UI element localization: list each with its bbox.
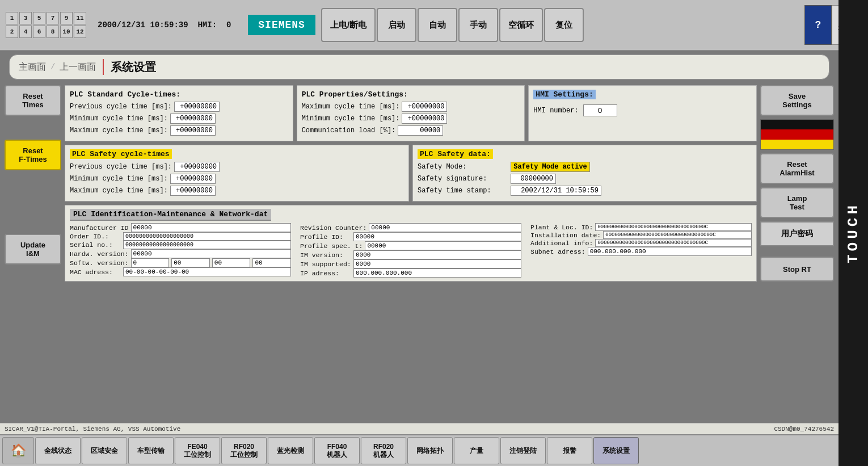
flag-red bbox=[761, 129, 833, 139]
plc-prop-label-1: Maximum cycle time [ms]: bbox=[302, 103, 400, 111]
nav-quanxian-btn[interactable]: 全线状态 bbox=[35, 437, 81, 464]
im-profilespec-value: 00000 bbox=[365, 241, 521, 250]
number-grid: 1 3 5 7 9 11 2 4 6 8 10 12 bbox=[6, 12, 86, 38]
hmi-label: HMI: bbox=[197, 20, 217, 30]
nav-ff040-btn[interactable]: FF040机器人 bbox=[314, 437, 360, 464]
bottom-nav: 🏠 全线状态 区域安全 车型传输 FE040工位控制 RF020工位控制 蓝光检… bbox=[0, 434, 838, 466]
touch-side-label: TOUCH bbox=[838, 0, 868, 466]
plc-properties-section: PLC Properties/Settings: Maximum cycle t… bbox=[297, 85, 525, 141]
breadcrumb-home[interactable]: 主画面 bbox=[19, 61, 46, 73]
plc-prop-value-3: 00000 bbox=[398, 125, 443, 136]
lamp-test-btn[interactable]: LampTest bbox=[760, 187, 834, 218]
nav-power-btn[interactable]: 上电/断电 bbox=[321, 8, 376, 42]
im-order-label: Order ID.: bbox=[70, 233, 121, 240]
nav-lanjian-btn[interactable]: 蓝光检测 bbox=[268, 437, 313, 464]
reset-alarmhist-btn[interactable]: ResetAlarmHist bbox=[760, 153, 834, 184]
im-ip-value: 000.000.000.000 bbox=[353, 268, 521, 278]
nav-network-btn[interactable]: 网络拓扑 bbox=[407, 437, 453, 464]
save-settings-btn[interactable]: SaveSettings bbox=[760, 85, 834, 116]
nav-logout-btn[interactable]: 注销登陆 bbox=[500, 437, 546, 464]
nav-output-btn[interactable]: 产量 bbox=[454, 437, 499, 464]
im-hardw-value: 00000 bbox=[131, 249, 291, 258]
im-softw-value3: 00 bbox=[212, 258, 251, 267]
num-9: 9 bbox=[60, 12, 73, 24]
nav-reset-btn[interactable]: 复位 bbox=[544, 8, 584, 42]
middle-sections: PLC Safety cycle-times Previous cycle ti… bbox=[65, 145, 757, 201]
nav-system-btn[interactable]: 系统设置 bbox=[593, 437, 639, 464]
plc-prop-label-3: Communication load [%]: bbox=[302, 127, 396, 135]
im-plant-label: Plant & Loc. ID: bbox=[530, 224, 593, 231]
plc-std-value-2: +00000000 bbox=[170, 114, 216, 124]
center-panel: PLC Standard Cycle-times: Previous cycle… bbox=[65, 85, 757, 282]
plc-properties-title-text: PLC Properties/Settings: bbox=[302, 90, 408, 99]
im-hardw-row: Hardw. version: 00000 bbox=[70, 249, 291, 258]
plc-safety-data-title: PLC Safety data: bbox=[418, 149, 493, 159]
plc-std-label-2: Minimum cycle time [ms]: bbox=[70, 115, 168, 123]
nav-rf020r-btn[interactable]: RF020机器人 bbox=[361, 437, 406, 464]
help-button[interactable]: ? bbox=[804, 5, 832, 45]
num-8: 8 bbox=[47, 26, 59, 38]
im-imsup-label: IM supported: bbox=[300, 261, 351, 268]
im-section-title: PLC Identification-Maintenance & Network… bbox=[70, 209, 271, 221]
reset-ftimes-btn[interactable]: ResetF-Times bbox=[5, 140, 61, 170]
plc-std-label-3: Maximum cycle time [ms]: bbox=[70, 127, 168, 135]
num-1: 1 bbox=[6, 12, 18, 24]
nav-manual-btn[interactable]: 手动 bbox=[458, 8, 498, 42]
top-bar: 1 3 5 7 9 11 2 4 6 8 10 12 2000/12/31 10… bbox=[0, 0, 868, 51]
plc-prop-row-1: Maximum cycle time [ms]: +00000000 bbox=[302, 102, 520, 112]
nav-start-btn[interactable]: 启动 bbox=[377, 8, 416, 42]
hmi-number-row: HMI number: bbox=[533, 104, 752, 116]
num-4: 4 bbox=[19, 26, 32, 38]
datetime-display: 2000/12/31 10:59:39 HMI: 0 bbox=[98, 20, 231, 30]
plc-standard-title-text: PLC Standard Cycle-times: bbox=[70, 90, 180, 99]
user-pwd-btn[interactable]: 用户密码 bbox=[760, 221, 834, 246]
breadcrumb-current: 系统设置 bbox=[111, 60, 156, 75]
safety-cycle-row-1: Previous cycle time [ms]: +00000000 bbox=[70, 162, 404, 172]
im-imver-value: 0000 bbox=[353, 250, 521, 259]
breadcrumb-divider bbox=[103, 59, 104, 75]
plc-safety-data-section: PLC Safety data: Safety Mode: Safety Mod… bbox=[412, 145, 757, 201]
im-addinfo-row: Additional info: 00000000000000000000000… bbox=[530, 239, 752, 247]
num-7: 7 bbox=[47, 12, 59, 24]
im-hardw-label: Hardw. version: bbox=[70, 250, 129, 258]
nav-auto-btn[interactable]: 自动 bbox=[418, 8, 457, 42]
im-serial-row: Serial no.: 00000000000000000000 bbox=[70, 241, 291, 249]
plc-properties-title: PLC Properties/Settings: bbox=[302, 90, 408, 99]
nav-fe040-btn[interactable]: FE040工位控制 bbox=[175, 437, 220, 464]
plc-prop-row-3: Communication load [%]: 00000 bbox=[302, 125, 520, 136]
hmi-number-input[interactable] bbox=[583, 104, 617, 116]
im-ip-label: IP adress: bbox=[300, 270, 351, 277]
im-serial-value: 00000000000000000000 bbox=[123, 241, 291, 249]
nav-alarm-btn[interactable]: 报警 bbox=[547, 437, 592, 464]
im-order-value: 00000000000000000000 bbox=[123, 232, 291, 241]
im-rev-row: Revision Counter: 00000 bbox=[300, 223, 521, 232]
num-2: 2 bbox=[6, 26, 18, 38]
im-softw-value2: 00 bbox=[171, 258, 210, 267]
stop-rt-btn[interactable]: Stop RT bbox=[760, 257, 834, 282]
safety-cycle-label-3: Maximum cycle time [ms]: bbox=[70, 187, 168, 195]
im-profilespec-label: Profile spec. t: bbox=[300, 242, 363, 250]
update-im-btn[interactable]: UpdateI&M bbox=[5, 234, 61, 265]
reset-times-btn[interactable]: ResetTimes bbox=[5, 85, 61, 116]
im-rev-label: Revision Counter: bbox=[300, 224, 366, 232]
safety-sig-value: 00000000 bbox=[511, 174, 556, 184]
nav-chexing-btn[interactable]: 车型传输 bbox=[128, 437, 174, 464]
nav-quyu-btn[interactable]: 区域安全 bbox=[82, 437, 127, 464]
im-plant-row: Plant & Loc. ID: 00000000000000000000000… bbox=[530, 223, 752, 231]
home-btn[interactable]: 🏠 bbox=[2, 437, 34, 464]
breadcrumb-parent[interactable]: 上一画面 bbox=[60, 61, 96, 73]
safety-sig-row: Safety signature: 00000000 bbox=[418, 174, 752, 184]
num-3: 3 bbox=[19, 12, 32, 24]
im-imsup-value: 0000 bbox=[353, 259, 521, 268]
nav-cycle-btn[interactable]: 空循环 bbox=[499, 8, 543, 42]
im-ip-row: IP adress: 000.000.000.000 bbox=[300, 268, 521, 278]
im-order-row: Order ID.: 00000000000000000000 bbox=[70, 232, 291, 241]
status-left: SICAR_V1@TIA-Portal, Siemens AG, VSS Aut… bbox=[5, 426, 180, 433]
im-profilespec-row: Profile spec. t: 00000 bbox=[300, 241, 521, 250]
num-11: 11 bbox=[74, 12, 86, 24]
siemens-logo: SIEMENS bbox=[248, 15, 315, 35]
safety-mode-value: Safety Mode active bbox=[511, 162, 590, 172]
nav-rf020-btn[interactable]: RF020工位控制 bbox=[221, 437, 267, 464]
num-12: 12 bbox=[74, 26, 86, 38]
im-softw-row: Softw. version: 0 00 00 00 bbox=[70, 258, 291, 267]
